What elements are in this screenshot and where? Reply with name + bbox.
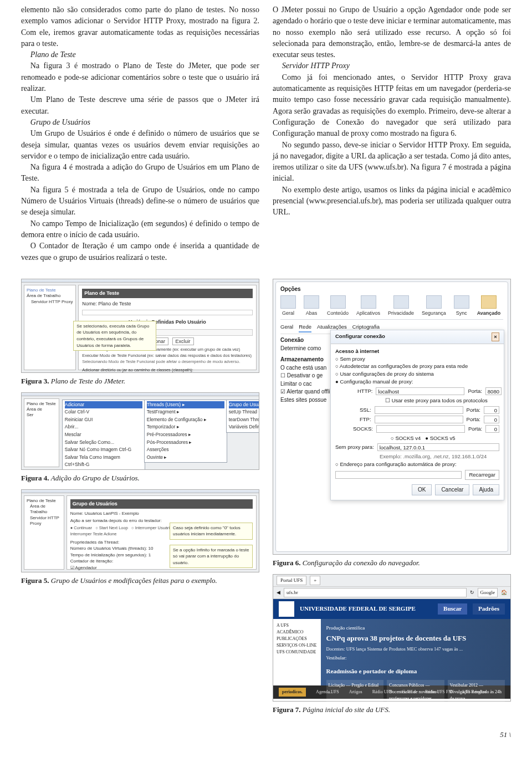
auto-url-input[interactable]: [335, 471, 462, 479]
name-field: Nome: Plano de Teste: [82, 298, 253, 310]
para: elemento não são considerados como parte…: [21, 4, 259, 49]
use-proxy-all-checkbox[interactable]: Usar este proxy para todos os protocolos: [392, 397, 488, 403]
para: Como já foi mencionado antes, o Servidor…: [273, 72, 511, 140]
jmeter-tree: Plano de Teste Área de Trabalho Servidor…: [24, 285, 76, 370]
home-icon[interactable]: 🏠: [501, 589, 507, 596]
radio-no-proxy[interactable]: Sem proxy: [340, 356, 365, 362]
para: Um Plano de Teste descreve uma série de …: [21, 94, 259, 117]
context-menu[interactable]: AdicionarColar Ctrl-VReiniciar GUIAbrir.…: [62, 400, 145, 470]
figure-3-caption: Figura 3. Plano de Teste do JMeter.: [21, 376, 259, 387]
para: Na figura 5 é mostrada a tela de Grupo d…: [21, 185, 259, 218]
socks-host-input[interactable]: [376, 425, 465, 433]
radio-autodetect[interactable]: Autodetectar as configurações de proxy p…: [340, 363, 468, 369]
delete-button[interactable]: Excluir: [172, 337, 194, 345]
para: O Contador de Iteração é um campo onde é…: [21, 240, 259, 263]
ssl-port-input[interactable]: 0: [484, 406, 499, 414]
figure-6-caption: Figura 6. Configuração da conexão do nav…: [273, 558, 511, 569]
tooltip: Se a opção Infinito for marcada o teste …: [170, 545, 253, 569]
reload-button[interactable]: Recarregar: [465, 470, 499, 480]
submenu-2[interactable]: Grupo de UsuáriossetUp Thread GrouptearD…: [226, 400, 259, 433]
search-button[interactable]: Buscar: [438, 603, 467, 615]
submenu[interactable]: Threads (Users) ▸TestFragment ▸Elemento …: [144, 400, 227, 463]
dialog-title: Opções: [280, 285, 503, 294]
para: Grupo de Usuários: [21, 117, 259, 128]
figure-4-caption: Figura 4. Adição do Grupo de Usuários.: [21, 473, 259, 484]
figure-5-caption: Figura 5. Grupo de Usuários e modificaçõ…: [21, 576, 259, 586]
para: Na figura 3 é mostrado o Plano de Teste …: [21, 60, 259, 94]
browser-tab[interactable]: Portal UFS: [277, 576, 306, 585]
para: Plano de Teste: [21, 49, 259, 60]
no-proxy-input[interactable]: localhost, 127.0.0.1: [377, 443, 499, 451]
back-icon[interactable]: ◀: [277, 589, 280, 596]
radio-auto-url[interactable]: Endereço para configuração automática de…: [340, 461, 456, 467]
close-icon[interactable]: ×: [492, 332, 499, 341]
ftp-port-input[interactable]: 0: [484, 416, 499, 423]
subdialog-title: Configurar conexão: [335, 332, 385, 341]
right-column: O JMeter possui no Grupo de Usuário a op…: [273, 4, 511, 263]
socks-port-input[interactable]: 0: [485, 425, 499, 433]
page-number: 51 \: [21, 730, 511, 740]
figure-4: Plano de Teste Área de Ser AdicionarCola…: [21, 392, 259, 484]
figure-3: Plano de Teste Área de Trabalho Servidor…: [21, 279, 259, 387]
site-title: UNIVERSIDADE FEDERAL DE SERGIPE: [300, 605, 416, 613]
ssl-host-input[interactable]: [375, 406, 463, 414]
left-column: elemento não são considerados como parte…: [21, 4, 259, 263]
para: Um Grupo de Usuários é onde é definido o…: [21, 128, 259, 162]
figure-5: Plano de Teste Área de Trabalho Servidor…: [21, 489, 259, 586]
radio-manual-proxy[interactable]: Configuração manual de proxy:: [340, 378, 413, 385]
search-input[interactable]: Google: [478, 588, 498, 597]
address-bar[interactable]: ufs.br: [284, 588, 467, 597]
site-nav: A UFSACADÊMICOPUBLICAÇÕESSERVIÇOS ON-LIN…: [273, 619, 321, 685]
radio-socks5[interactable]: SOCKS v5: [430, 435, 456, 441]
figure-7: Portal UFS + ◀ ufs.br ↻ Google 🏠 UNIVERS…: [273, 574, 511, 715]
category-icons: GeralAbasConteúdoAplicativosPrivacidadeS…: [280, 295, 503, 320]
para: No segundo passo, deve-se iniciar o Serv…: [273, 140, 511, 185]
periodicos-badge: periodicos.: [279, 688, 306, 697]
ftp-host-input[interactable]: [375, 416, 463, 423]
cancel-button[interactable]: Cancelar: [435, 484, 469, 496]
headline: CNPq aprova 38 projetos de docentes da U…: [326, 633, 505, 644]
refresh-icon[interactable]: ↻: [470, 589, 474, 596]
tooltip: Se selecionado, executa cada Grupo de Us…: [73, 321, 156, 351]
figure-6: Opções GeralAbasConteúdoAplicativosPriva…: [273, 279, 511, 569]
help-button[interactable]: Ajuda: [473, 484, 499, 496]
panel-title: Plano de Teste: [82, 289, 253, 298]
standards-button[interactable]: Padrões: [473, 603, 505, 615]
para: Na figura 4 é mostrada a adição do Grupo…: [21, 162, 259, 185]
http-host-input[interactable]: localhost: [376, 387, 464, 395]
para: No campo Tempo de Inicialização (em segu…: [21, 218, 259, 241]
text-columns: elemento não são considerados como parte…: [21, 4, 511, 263]
para: O JMeter possui no Grupo de Usuário a op…: [273, 4, 511, 60]
para: Servidor HTTP Proxy: [273, 60, 511, 71]
para: No exemplo deste artigo, usamos os links…: [273, 185, 511, 218]
tooltip: Caso seja definido como "0" todos usuári…: [170, 523, 253, 540]
radio-socks4[interactable]: SOCKS v4: [395, 435, 421, 441]
http-port-input[interactable]: 8080: [485, 387, 502, 395]
radio-system-proxy[interactable]: Usar configurações de proxy do sistema: [340, 371, 434, 377]
ok-button[interactable]: OK: [412, 484, 432, 496]
figure-7-caption: Figura 7. Página inicial do site da UFS.: [273, 705, 511, 715]
